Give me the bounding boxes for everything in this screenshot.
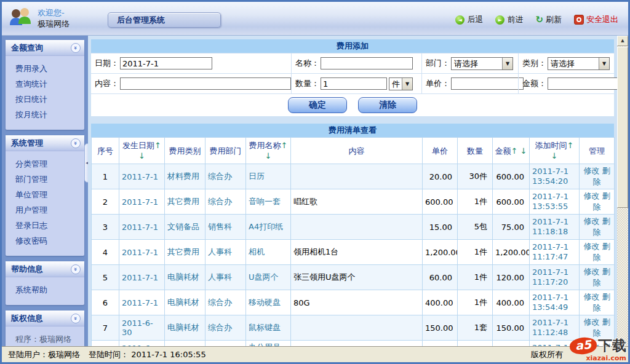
sidebar-item[interactable]: 按日统计 [15,92,84,107]
sort-asc-icon[interactable]: ↑ [511,146,518,156]
dept-select[interactable]: 请选择 ▼ [451,57,513,70]
table-cell: 综合办 [205,164,246,189]
sidebar-group-2: 帮助信息»系统帮助 [6,261,84,305]
added-time-cell: 2011-7-113:54:20 [530,164,580,189]
table-cell: 人事科 [205,265,246,290]
table-cell: 75.00 [493,215,530,240]
scrollbar-thumb[interactable] [617,47,628,208]
welcome-text: 欢迎您- 极瑞网络 [38,7,70,30]
edit-link[interactable]: 修改 [583,267,599,276]
sidebar-group-header[interactable]: 版权信息» [6,311,84,326]
type-select[interactable]: 请选择 ▼ [548,57,610,70]
table-cell: 1件 [458,265,493,290]
edit-link[interactable]: 修改 [583,292,599,301]
sidebar-item[interactable]: 单位管理 [15,187,84,202]
column-header[interactable]: 添加时间↑ ↓ [530,138,580,164]
dept-label: 部门： [426,58,450,69]
logout-button[interactable]: 安全退出 [574,14,618,25]
sidebar-info-text: 程序：极瑞网络 [15,331,84,346]
sidebar-item[interactable]: 查询统计 [15,76,84,92]
table-cell: 2011-7-1 [119,189,165,215]
table-cell [291,215,423,240]
login-user: 登陆用户：极瑞网络 [8,349,80,360]
qty-input[interactable] [321,77,387,90]
sidebar-group-title: 金额查询 [11,42,43,53]
collapse-chevron-icon[interactable]: » [71,138,81,148]
table-cell: 日历 [246,164,291,189]
edit-link[interactable]: 修改 [583,166,599,175]
scroll-up-icon[interactable]: ▲ [617,36,628,46]
table-cell: 电脑耗材 [165,315,205,341]
clear-button[interactable]: 清除 [358,97,417,113]
edit-link[interactable]: 修改 [583,317,599,326]
unit-select[interactable]: 件 ▼ [389,77,413,90]
edit-link[interactable]: 修改 [583,191,599,200]
sort-desc-icon[interactable]: ↓ [551,151,558,160]
column-header: 管理 [580,138,615,164]
sort-asc-icon[interactable]: ↑ [281,141,288,150]
table-row: 52011-7-1电脑耗材人事科U盘两个张三领用U盘两个60.001件120.0… [92,265,615,290]
table-cell: 2011-7-1 [119,290,165,315]
added-time-cell: 2011-7-111:17:20 [530,265,580,290]
sort-desc-icon[interactable]: ↓ [138,151,145,160]
refresh-button[interactable]: ↻ 刷新 [535,14,562,25]
manage-cell: 修改 删除 [580,189,615,215]
manage-cell: 修改 删除 [580,265,615,290]
table-cell: 其它费用 [165,240,205,265]
app-title-tab[interactable]: 后台管理系统 [108,12,221,28]
collapse-chevron-icon[interactable]: » [71,314,81,323]
column-header[interactable]: 金额↑ ↓ [493,138,530,164]
name-input[interactable] [321,57,413,69]
collapse-chevron-icon[interactable]: » [71,43,81,53]
table-cell: 150.00 [493,315,530,341]
amount-input[interactable] [548,77,620,90]
sidebar-item[interactable]: 登录日志 [15,218,84,233]
sort-desc-icon[interactable]: ↓ [265,151,272,160]
manage-cell: 修改 删除 [580,164,615,189]
column-header[interactable]: 费用名称↑↓ [246,138,291,164]
forward-button[interactable]: ► 前进 [495,14,523,25]
sidebar-group-header[interactable]: 金额查询» [6,40,84,56]
sort-asc-icon[interactable]: ↑ [154,141,161,150]
sidebar-item[interactable]: 费用录入 [15,61,84,76]
watermark-url: xiazai.com [570,355,626,362]
sort-desc-icon[interactable]: ↓ [517,146,527,156]
sidebar-group-header[interactable]: 系统管理» [6,135,84,151]
sort-asc-icon[interactable]: ↑ [567,141,574,150]
price-input[interactable] [451,77,524,90]
sidebar-group-header[interactable]: 帮助信息» [6,261,84,277]
table-cell: 1,200.00 [493,240,530,265]
welcome-username: 极瑞网络 [38,18,70,30]
table-row: 42011-7-1其它费用人事科相机领用相机1台1,200.001件1,200.… [92,240,615,265]
content-input[interactable] [120,77,291,90]
sidebar-item[interactable]: 部门管理 [15,172,84,187]
ok-button[interactable]: 确定 [288,97,347,113]
vertical-scrollbar[interactable]: ▲ [617,36,628,346]
sidebar-item[interactable]: 用户管理 [15,202,84,218]
sidebar-item[interactable]: 按月统计 [15,107,84,122]
edit-link[interactable]: 修改 [583,242,599,251]
manage-cell: 修改 删除 [580,215,615,240]
sidebar-group-title: 帮助信息 [11,264,43,275]
sidebar-item[interactable]: 分类管理 [15,156,84,172]
column-header: 内容 [291,138,423,164]
back-button[interactable]: ◄ 后退 [455,14,483,25]
date-input[interactable] [120,57,212,69]
collapse-chevron-icon[interactable]: » [71,264,81,274]
table-cell: 唱红歌 [291,189,423,215]
name-label: 名称： [295,58,319,69]
login-time: 登陆时间： 2011-7-1 16:05:55 [89,349,206,360]
sidebar-item[interactable]: 修改密码 [15,233,84,248]
table-cell: 综合办 [205,189,246,215]
column-header[interactable]: 发生日期↑↓ [119,138,165,164]
expense-list-title: 费用清单查看 [91,124,614,137]
table-cell: 4 [92,240,119,265]
logout-icon [574,15,584,25]
edit-link[interactable]: 修改 [583,216,599,226]
table-cell: 400.00 [493,290,530,315]
sidebar-item[interactable]: 系统帮助 [15,282,84,298]
manage-cell: 修改 删除 [580,240,615,265]
table-row: 22011-7-1其它费用综合办音响一套唱红歌600.001件600.00201… [92,189,615,215]
table-cell: 120.00 [493,265,530,290]
content-label: 内容： [95,78,119,89]
